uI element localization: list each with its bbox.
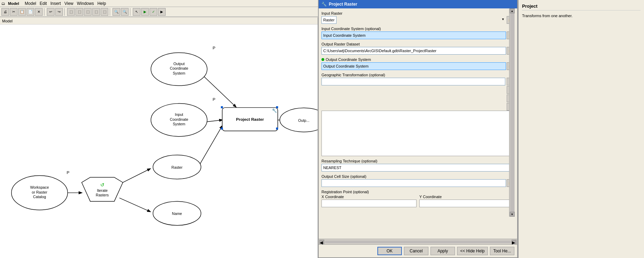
input-raster-label: Input Raster [321,11,514,15]
app-icon: 🗂 [1,1,5,6]
toolbar-btn-9[interactable]: ⬚ [92,8,100,16]
input-raster-select[interactable]: Raster [321,16,337,24]
coord-row: X Coordinate Y Coordinate [321,195,514,207]
geographic-transformation-select[interactable] [321,78,505,85]
toolbar-btn-3[interactable]: 📋 [18,8,26,16]
menu-insert[interactable]: Insert [49,1,62,6]
x-coord-input[interactable] [321,200,417,207]
x-coord-label: X Coordinate [321,195,417,199]
menu-view[interactable]: View [63,1,75,6]
svg-text:Output: Output [173,62,184,66]
menu-model[interactable]: Model [23,1,38,6]
toolbar-select[interactable]: ↖ [133,8,140,16]
help-text-content: Transforms from one another. [522,14,573,18]
input-coord-system-select[interactable]: Input Coordinate System [321,32,506,39]
input-raster-group: Input Raster Raster 📁 [321,11,514,24]
svg-text:System: System [173,122,185,126]
svg-line-2 [120,198,150,211]
menu-edit[interactable]: Edit [38,1,48,6]
toolbar-btn-1[interactable]: 🖨 [1,8,9,16]
y-coord-label: Y Coordinate [419,195,514,199]
toolbar-btn-8[interactable]: ⬚ [84,8,92,16]
apply-button[interactable]: Apply [430,247,455,255]
p-label-1: P [212,46,215,50]
svg-text:or Raster: or Raster [32,190,48,194]
horizontal-scrollbar[interactable]: ◀ ▶ [319,239,517,244]
svg-text:Coordinate: Coordinate [170,117,188,121]
svg-text:Outp...: Outp... [298,118,309,123]
y-coord-input[interactable] [419,200,514,207]
svg-rect-23 [221,127,223,130]
toolbar-zoom-in[interactable]: 🔍 [113,8,120,16]
input-coord-system-group: Input Coordinate System (optional) Input… [321,27,514,39]
dialog-content: Input Raster Raster 📁 Input Coordinate S… [319,8,517,239]
resampling-technique-select[interactable]: NEAREST [321,164,514,172]
registration-point-group: Registration Point (optional) X Coordina… [321,190,514,207]
sep-2 [64,8,66,16]
p-label-3: P [67,170,70,175]
svg-text:Name: Name [172,211,182,216]
scroll-up-btn[interactable]: ▲ [510,8,515,13]
vertical-scrollbar[interactable]: ▲ ▼ [509,8,515,217]
svg-text:↺: ↺ [100,182,104,188]
toolbar-undo[interactable]: ↩ [47,8,55,16]
svg-text:Workspace: Workspace [30,185,49,189]
svg-rect-24 [276,127,278,130]
resampling-technique-group: Resampling Technique (optional) NEAREST [321,159,514,172]
app-title: Model [8,1,19,6]
output-cell-size-select[interactable] [321,179,506,187]
toolbar-auto-layout[interactable]: ▶ [158,8,166,16]
output-raster-dataset-input[interactable]: C:\Users\wtj\Documents\ArcGIS\Default.gd… [321,47,506,55]
resampling-technique-label: Resampling Technique (optional) [321,159,514,163]
menu-help[interactable]: Help [96,1,108,6]
scroll-left-btn[interactable]: ◀ [319,240,324,244]
svg-line-3 [198,126,222,167]
registration-point-label: Registration Point (optional) [321,190,514,194]
output-coord-green-dot [321,58,324,61]
toolbar-btn-7[interactable]: ⬚ [75,8,83,16]
geographic-transformation-group: Geographic Transformation (optional) + ×… [321,73,514,156]
svg-text:System: System [173,71,185,75]
output-cell-size-group: Output Cell Size (optional) 📁 [321,174,514,187]
output-coord-system-select[interactable]: Output Coordinate System [321,62,506,70]
output-coord-system-group: Output Coordinate System Output Coordina… [321,57,514,70]
input-raster-select-wrapper: Raster [321,16,506,24]
cancel-button[interactable]: Cancel [404,247,428,255]
x-coord-field: X Coordinate [321,195,417,207]
dialog-title-bar: 🔧 Project Raster [319,0,517,8]
ok-button[interactable]: OK [377,247,402,255]
toolbar-validate[interactable]: ✓ [150,8,157,16]
project-raster-dialog: 🔧 Project Raster Input Raster Raster 📁 [318,0,518,258]
scroll-down-btn[interactable]: ▼ [510,212,515,217]
svg-line-1 [120,169,150,184]
scroll-thumb[interactable] [510,13,514,212]
toolbar-btn-4[interactable]: 📄 [27,8,34,16]
toolbar-btn-10[interactable]: ⬚ [101,8,108,16]
sep-1 [44,8,45,16]
toolbar-zoom-out[interactable]: 🔍 [121,8,129,16]
toolbar-run[interactable]: ▶ [141,8,149,16]
dialog-title-icon: 🔧 [321,2,327,7]
hide-help-button[interactable]: << Hide Help [457,247,488,255]
geographic-transformation-list[interactable] [321,111,514,156]
model-diagram[interactable]: P P P Workspace or Raster Catalog ↺ Iter… [0,25,318,258]
scroll-right-btn[interactable]: ▶ [512,240,516,244]
svg-text:Project Raster: Project Raster [236,117,264,121]
tool-help-button[interactable]: Tool He... [490,247,514,255]
output-coord-system-label: Output Coordinate System [326,57,371,62]
geographic-transformation-label: Geographic Transformation (optional) [321,73,514,77]
output-raster-dataset-label: Output Raster Dataset [321,42,514,46]
menu-windows[interactable]: Windows [75,1,95,6]
svg-text:🔧: 🔧 [272,108,277,113]
model-title-bar: Model [0,18,318,25]
help-panel: Project Transforms from one another. [518,0,644,258]
toolbar-redo[interactable]: ↪ [55,8,63,16]
toolbar-btn-5[interactable]: ✕ [35,8,43,16]
svg-text:Coordinate: Coordinate [170,66,188,70]
dialog-title: Project Raster [329,2,357,7]
scroll-track[interactable] [325,240,511,243]
dialog-footer: OK Cancel Apply << Hide Help Tool He... [319,244,517,257]
output-raster-dataset-group: Output Raster Dataset C:\Users\wtj\Docum… [321,42,514,55]
toolbar-btn-6[interactable]: ⬚ [67,8,75,16]
toolbar-btn-2[interactable]: ✂ [10,8,17,16]
